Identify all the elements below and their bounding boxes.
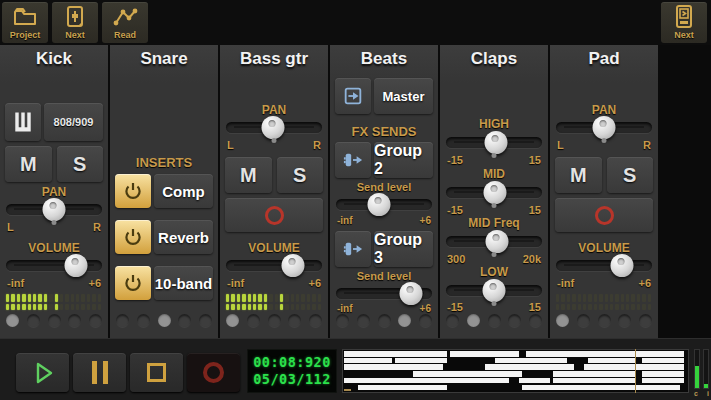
power-icon (123, 273, 143, 293)
send-level-slider[interactable] (336, 192, 432, 216)
eq-midfreq-knob[interactable] (485, 230, 508, 253)
volume-knob[interactable] (282, 254, 305, 277)
record-arm-icon (265, 206, 284, 225)
mute-button[interactable]: M (5, 146, 52, 182)
mute-button[interactable]: M (225, 157, 272, 193)
page-dot (419, 314, 432, 327)
eq-low-knob[interactable] (483, 279, 506, 302)
play-button[interactable] (16, 353, 69, 392)
eq-midfreq-label: MID Freq (440, 216, 548, 230)
record-arm-button[interactable] (555, 198, 653, 232)
pan-slider[interactable] (6, 197, 102, 221)
power-icon (123, 227, 143, 247)
page-dots[interactable] (446, 314, 542, 327)
page-dot (488, 314, 501, 327)
eq-high-knob[interactable] (484, 131, 507, 154)
page-dots[interactable] (6, 314, 102, 327)
page-dots[interactable] (336, 314, 432, 327)
page-dot (598, 314, 611, 327)
pan-slider[interactable] (556, 115, 652, 139)
fx-send-button[interactable] (335, 142, 371, 178)
eq-high-label: HIGH (440, 117, 548, 131)
mute-button[interactable]: M (555, 157, 602, 193)
mute-solo-row: M S (5, 146, 103, 182)
pan-knob[interactable] (43, 198, 66, 221)
insert-effect-button[interactable]: Comp (154, 174, 213, 208)
record-arm-button[interactable] (225, 198, 323, 232)
project-button[interactable]: Project (2, 2, 48, 43)
record-arm-row (225, 198, 323, 232)
record-icon (203, 362, 224, 383)
insert-power-button[interactable] (115, 174, 151, 208)
volume-range-labels: -inf+6 (557, 277, 651, 289)
send-level-knob[interactable] (368, 193, 391, 216)
volume-slider[interactable] (6, 253, 102, 277)
insert-row: Comp (115, 174, 213, 208)
eq-high-slider[interactable] (446, 130, 542, 154)
page-dot (137, 314, 150, 327)
fx-send-group-button[interactable]: Group 2 (374, 142, 433, 178)
record-button[interactable] (187, 353, 240, 392)
pause-button[interactable] (73, 353, 126, 392)
time-display[interactable]: 00:08:920 05/03/112 (247, 349, 337, 393)
output-destination-button[interactable]: Master (374, 78, 433, 114)
eq-low-label: LOW (440, 265, 548, 279)
volume-knob[interactable] (611, 254, 634, 277)
project-button-label: Project (10, 30, 41, 41)
fx-send-button[interactable] (335, 231, 371, 267)
mute-solo-row: M S (225, 157, 323, 193)
drum-pads-icon (11, 109, 35, 135)
fx-sends-label: FX SENDS (330, 124, 438, 139)
stop-button[interactable] (130, 353, 183, 392)
output-routing-button[interactable] (335, 78, 371, 114)
instrument-select-button[interactable]: 808/909 (44, 103, 103, 141)
drum-pads-icon-button[interactable] (5, 103, 41, 141)
solo-button[interactable]: S (607, 157, 654, 193)
pan-range-labels: LR (557, 139, 651, 151)
page-dot (577, 314, 590, 327)
insert-power-button[interactable] (115, 266, 151, 300)
channel-strip-pad: Pad PAN LR M S VOLUME -in (550, 45, 658, 338)
send-level-knob[interactable] (399, 282, 422, 305)
eq-mid-range: -1515 (447, 204, 541, 216)
next-view-button[interactable]: Next (661, 2, 707, 43)
fx-send-row: Group 3 (335, 231, 433, 267)
solo-button[interactable]: S (57, 146, 104, 182)
volume-knob[interactable] (65, 254, 88, 277)
send-level-slider[interactable] (336, 281, 432, 305)
page-dot (116, 314, 129, 327)
fx-send-group-button[interactable]: Group 3 (374, 231, 433, 267)
pan-knob[interactable] (262, 116, 285, 139)
page-dots[interactable] (226, 314, 322, 327)
insert-effect-button[interactable]: Reverb (154, 220, 213, 254)
eq-mid-knob[interactable] (483, 181, 506, 204)
eq-midfreq-slider[interactable] (446, 229, 542, 253)
channel-name: Claps (440, 49, 548, 69)
arrangement-overview[interactable] (342, 349, 689, 393)
eq-mid-slider[interactable] (446, 180, 542, 204)
mixer-strips: Kick 808/909 M S PAN LR VOLUME (0, 45, 711, 338)
playhead (635, 349, 636, 393)
pan-slider[interactable] (226, 115, 322, 139)
next-track-button[interactable]: Next (52, 2, 98, 43)
eq-low-slider[interactable] (446, 278, 542, 302)
level-meter (6, 294, 102, 310)
volume-slider[interactable] (556, 253, 652, 277)
page-dots[interactable] (116, 314, 212, 327)
page-dot (378, 314, 391, 327)
read-automation-button[interactable]: Read (102, 2, 148, 43)
insert-effect-button[interactable]: 10-band (154, 266, 213, 300)
channel-strip-bass-gtr: Bass gtr PAN LR M S VOLUME (220, 45, 328, 338)
insert-power-button[interactable] (115, 220, 151, 254)
pan-knob[interactable] (593, 116, 616, 139)
volume-slider[interactable] (226, 253, 322, 277)
pan-range-labels: LR (227, 139, 321, 151)
io-meter-labels: ci (694, 390, 709, 397)
page-dot (508, 314, 521, 327)
top-toolbar: Project Next Read Next (0, 0, 711, 45)
track-settings-icon (65, 4, 85, 30)
page-dot (529, 314, 542, 327)
page-dots[interactable] (556, 314, 652, 327)
solo-button[interactable]: S (277, 157, 324, 193)
channel-strip-beats: Beats Master FX SENDS Group 2 Send level (330, 45, 438, 338)
